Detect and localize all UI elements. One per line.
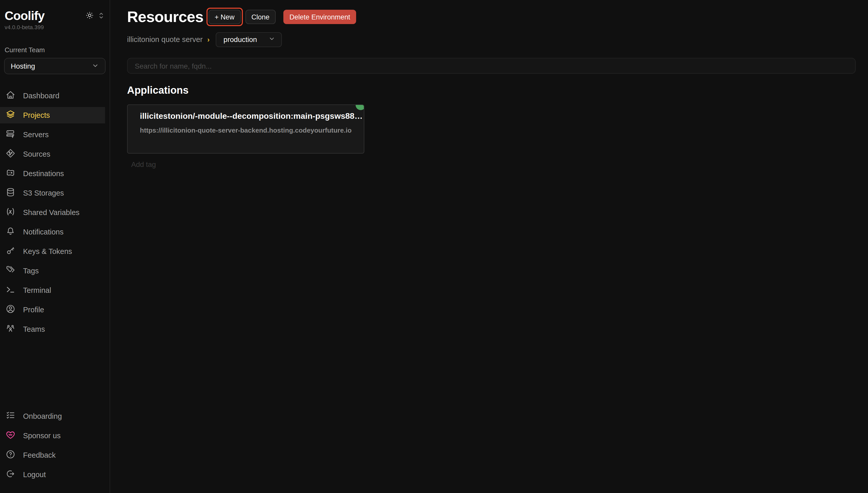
clone-button[interactable]: Clone xyxy=(245,10,276,24)
tags-icon xyxy=(6,265,15,276)
container-icon xyxy=(6,168,15,179)
logout-icon xyxy=(6,469,15,480)
bell-icon xyxy=(6,226,15,238)
sidebar-item-shared-variables[interactable]: Shared Variables xyxy=(0,204,105,221)
application-url: https://illicitonion-quote-server-backen… xyxy=(140,126,352,134)
sidebar-item-teams[interactable]: Teams xyxy=(0,321,105,337)
sidebar-item-projects[interactable]: Projects xyxy=(0,107,105,123)
key-icon xyxy=(6,246,15,257)
application-name: illicitestonion/-module--decomposition:m… xyxy=(140,112,352,121)
current-team-label: Current Team xyxy=(0,46,110,54)
sidebar-item-label: Terminal xyxy=(23,286,51,294)
theme-mode-selector-button[interactable] xyxy=(98,12,105,21)
home-icon xyxy=(6,90,15,101)
sidebar-item-label: Profile xyxy=(23,306,44,314)
theme-toggle-button[interactable] xyxy=(85,11,94,22)
sidebar-item-label: Destinations xyxy=(23,169,64,178)
sidebar-footer: Onboarding Sponsor us xyxy=(0,408,110,486)
app-version: v4.0.0-beta.399 xyxy=(0,24,110,30)
breadcrumb-chevron-icon: › xyxy=(207,35,210,44)
help-circle-icon xyxy=(6,449,15,461)
sidebar-item-label: Feedback xyxy=(23,451,56,459)
sidebar-item-keys-tokens[interactable]: Keys & Tokens xyxy=(0,243,105,260)
applications-section-title: Applications xyxy=(127,84,856,96)
variable-icon xyxy=(6,207,15,218)
status-running-indicator xyxy=(356,104,364,110)
delete-environment-button[interactable]: Delete Environment xyxy=(283,10,356,24)
sidebar-item-servers[interactable]: Servers xyxy=(0,126,105,143)
sidebar-item-logout[interactable]: Logout xyxy=(0,466,105,483)
sidebar-nav: Dashboard Projects xyxy=(0,88,110,340)
sidebar-item-label: Teams xyxy=(23,325,45,333)
sidebar: Coolify xyxy=(0,0,110,493)
add-tag-button[interactable]: Add tag xyxy=(131,160,156,168)
sun-icon xyxy=(85,11,94,22)
team-select-value: Hosting xyxy=(11,62,35,70)
chevron-up-down-icon xyxy=(98,12,105,21)
sidebar-item-label: Onboarding xyxy=(23,412,62,420)
sidebar-item-sponsor-us[interactable]: Sponsor us xyxy=(0,427,105,444)
main-content: Resources + New Clone Delete Environment… xyxy=(110,0,868,493)
sidebar-item-label: Tags xyxy=(23,267,39,275)
new-button[interactable]: + New xyxy=(209,10,241,24)
chevron-down-icon xyxy=(92,62,99,70)
sidebar-item-tags[interactable]: Tags xyxy=(0,263,105,279)
sidebar-item-label: Sources xyxy=(23,150,50,158)
sidebar-item-label: Servers xyxy=(23,131,49,139)
sidebar-item-sources[interactable]: Sources xyxy=(0,146,105,162)
sidebar-item-label: Dashboard xyxy=(23,92,59,100)
sidebar-item-label: Keys & Tokens xyxy=(23,247,72,255)
page-title: Resources xyxy=(127,8,203,26)
search-input[interactable] xyxy=(127,58,856,74)
sidebar-item-label: Sponsor us xyxy=(23,432,61,440)
sidebar-item-s3-storages[interactable]: S3 Storages xyxy=(0,185,105,201)
database-icon xyxy=(6,187,15,199)
terminal-icon xyxy=(6,285,15,296)
sidebar-item-destinations[interactable]: Destinations xyxy=(0,165,105,182)
heart-icon xyxy=(6,430,15,441)
checklist-icon xyxy=(6,411,15,422)
sidebar-item-notifications[interactable]: Notifications xyxy=(0,224,105,240)
sidebar-item-onboarding[interactable]: Onboarding xyxy=(0,408,105,424)
breadcrumb: illicitonion quote server › production xyxy=(127,32,856,47)
sidebar-item-label: S3 Storages xyxy=(23,189,64,197)
application-card[interactable]: illicitestonion/-module--decomposition:m… xyxy=(127,104,364,154)
sidebar-item-label: Projects xyxy=(23,111,50,119)
sidebar-item-profile[interactable]: Profile xyxy=(0,302,105,318)
sidebar-item-feedback[interactable]: Feedback xyxy=(0,447,105,463)
sidebar-item-dashboard[interactable]: Dashboard xyxy=(0,88,105,104)
sidebar-item-label: Notifications xyxy=(23,228,64,236)
layers-icon xyxy=(6,110,15,121)
server-icon xyxy=(6,129,15,140)
sidebar-item-terminal[interactable]: Terminal xyxy=(0,282,105,298)
chevron-down-icon xyxy=(268,35,275,44)
breadcrumb-project[interactable]: illicitonion quote server xyxy=(127,35,203,44)
git-icon xyxy=(6,148,15,160)
users-icon xyxy=(6,324,15,335)
sidebar-item-label: Shared Variables xyxy=(23,208,79,217)
coolify-app-window: Coolify xyxy=(0,0,868,493)
team-select[interactable]: Hosting xyxy=(4,58,106,74)
environment-select-value: production xyxy=(223,35,257,44)
environment-select[interactable]: production xyxy=(216,32,282,47)
app-logo: Coolify xyxy=(5,9,45,23)
user-circle-icon xyxy=(6,304,15,315)
sidebar-item-label: Logout xyxy=(23,470,46,479)
